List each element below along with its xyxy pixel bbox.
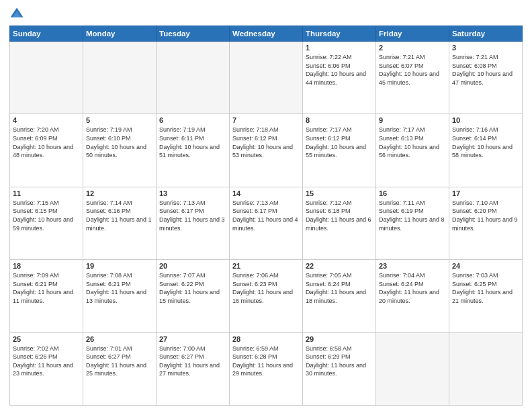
day-info: Sunrise: 7:03 AMSunset: 6:25 PMDaylight:…: [452, 271, 519, 305]
day-info: Sunrise: 7:13 AMSunset: 6:17 PMDaylight:…: [159, 199, 226, 232]
day-info: Sunrise: 7:10 AMSunset: 6:20 PMDaylight:…: [452, 199, 519, 232]
daylight-label: Daylight: 10 hours and 56 minutes.: [379, 144, 439, 159]
sunrise-label: Sunrise: 7:20 AM: [13, 126, 59, 133]
calendar-day-cell: 20Sunrise: 7:07 AMSunset: 6:22 PMDayligh…: [157, 260, 230, 332]
page: SundayMondayTuesdayWednesdayThursdayFrid…: [0, 0, 532, 411]
calendar-week-row: 25Sunrise: 7:02 AMSunset: 6:26 PMDayligh…: [10, 332, 523, 405]
day-info: Sunrise: 7:21 AMSunset: 6:08 PMDaylight:…: [452, 53, 519, 87]
daylight-label: Daylight: 10 hours and 53 minutes.: [232, 144, 293, 159]
day-number: 20: [159, 262, 226, 270]
calendar-header-monday: Monday: [83, 26, 157, 42]
daylight-label: Daylight: 10 hours and 51 minutes.: [159, 144, 220, 159]
calendar-day-cell: [157, 42, 230, 114]
day-number: 22: [306, 262, 373, 270]
calendar-day-cell: 22Sunrise: 7:05 AMSunset: 6:24 PMDayligh…: [303, 260, 376, 332]
calendar-day-cell: 8Sunrise: 7:17 AMSunset: 6:12 PMDaylight…: [303, 114, 376, 187]
sunrise-label: Sunrise: 7:19 AM: [86, 126, 132, 133]
sunrise-label: Sunrise: 6:58 AM: [306, 345, 352, 352]
day-number: 23: [379, 262, 446, 270]
day-number: 28: [232, 335, 300, 343]
calendar-day-cell: 17Sunrise: 7:10 AMSunset: 6:20 PMDayligh…: [449, 187, 523, 259]
daylight-label: Daylight: 11 hours and 11 minutes.: [13, 289, 73, 304]
calendar-header-friday: Friday: [376, 26, 449, 42]
sunset-label: Sunset: 6:06 PM: [306, 62, 351, 69]
day-info: Sunrise: 7:19 AMSunset: 6:11 PMDaylight:…: [159, 126, 226, 159]
day-info: Sunrise: 7:08 AMSunset: 6:21 PMDaylight:…: [86, 271, 153, 305]
calendar-header-saturday: Saturday: [449, 26, 523, 42]
sunrise-label: Sunrise: 7:07 AM: [159, 272, 206, 279]
sunrise-label: Sunrise: 7:16 AM: [452, 126, 498, 133]
calendar-day-cell: 29Sunrise: 6:58 AMSunset: 6:29 PMDayligh…: [303, 332, 376, 405]
sunrise-label: Sunrise: 7:14 AM: [86, 199, 132, 206]
day-number: 18: [13, 262, 80, 270]
daylight-label: Daylight: 10 hours and 45 minutes.: [379, 71, 439, 86]
calendar-day-cell: 12Sunrise: 7:14 AMSunset: 6:16 PMDayligh…: [83, 187, 157, 259]
sunset-label: Sunset: 6:29 PM: [306, 353, 351, 360]
sunrise-label: Sunrise: 7:17 AM: [306, 126, 352, 133]
calendar-table: SundayMondayTuesdayWednesdayThursdayFrid…: [9, 26, 523, 406]
day-number: 12: [86, 189, 153, 197]
sunrise-label: Sunrise: 7:13 AM: [232, 199, 279, 206]
calendar-day-cell: 3Sunrise: 7:21 AMSunset: 6:08 PMDaylight…: [449, 42, 523, 114]
day-number: 17: [452, 189, 519, 197]
daylight-label: Daylight: 10 hours and 47 minutes.: [452, 71, 513, 86]
sunset-label: Sunset: 6:21 PM: [13, 281, 58, 287]
sunrise-label: Sunrise: 7:10 AM: [452, 199, 498, 206]
calendar-day-cell: 15Sunrise: 7:12 AMSunset: 6:18 PMDayligh…: [303, 187, 376, 259]
daylight-label: Daylight: 11 hours and 29 minutes.: [232, 362, 293, 377]
sunset-label: Sunset: 6:24 PM: [379, 281, 424, 287]
sunset-label: Sunset: 6:13 PM: [379, 135, 424, 142]
daylight-label: Daylight: 10 hours and 44 minutes.: [306, 71, 366, 86]
day-number: 13: [159, 189, 226, 197]
day-number: 4: [13, 116, 80, 124]
calendar-day-cell: 18Sunrise: 7:09 AMSunset: 6:21 PMDayligh…: [10, 260, 83, 332]
sunset-label: Sunset: 6:27 PM: [86, 353, 131, 360]
daylight-label: Daylight: 10 hours and 59 minutes.: [13, 216, 73, 232]
day-number: 21: [232, 262, 300, 270]
day-info: Sunrise: 6:58 AMSunset: 6:29 PMDaylight:…: [306, 345, 373, 378]
daylight-label: Daylight: 11 hours and 25 minutes.: [86, 362, 146, 377]
daylight-label: Daylight: 11 hours and 4 minutes.: [232, 216, 298, 232]
daylight-label: Daylight: 11 hours and 13 minutes.: [86, 289, 146, 304]
calendar-day-cell: 24Sunrise: 7:03 AMSunset: 6:25 PMDayligh…: [449, 260, 523, 332]
calendar-day-cell: 26Sunrise: 7:01 AMSunset: 6:27 PMDayligh…: [83, 332, 157, 405]
logo: [9, 7, 27, 21]
day-number: 5: [86, 116, 153, 124]
calendar-day-cell: [376, 332, 449, 405]
calendar-day-cell: 28Sunrise: 6:59 AMSunset: 6:28 PMDayligh…: [230, 332, 303, 405]
daylight-label: Daylight: 11 hours and 1 minute.: [86, 216, 152, 232]
sunset-label: Sunset: 6:11 PM: [159, 135, 204, 142]
calendar-day-cell: 10Sunrise: 7:16 AMSunset: 6:14 PMDayligh…: [449, 114, 523, 187]
calendar-day-cell: 23Sunrise: 7:04 AMSunset: 6:24 PMDayligh…: [376, 260, 449, 332]
day-info: Sunrise: 7:07 AMSunset: 6:22 PMDaylight:…: [159, 271, 226, 305]
day-info: Sunrise: 7:22 AMSunset: 6:06 PMDaylight:…: [306, 53, 373, 87]
calendar-day-cell: 9Sunrise: 7:17 AMSunset: 6:13 PMDaylight…: [376, 114, 449, 187]
day-number: 24: [452, 262, 519, 270]
sunset-label: Sunset: 6:20 PM: [452, 208, 497, 214]
daylight-label: Daylight: 10 hours and 58 minutes.: [452, 144, 513, 159]
daylight-label: Daylight: 11 hours and 15 minutes.: [159, 289, 220, 304]
sunrise-label: Sunrise: 6:59 AM: [232, 345, 279, 352]
sunset-label: Sunset: 6:23 PM: [232, 281, 277, 287]
sunset-label: Sunset: 6:10 PM: [86, 135, 131, 142]
calendar-day-cell: [83, 42, 157, 114]
calendar-day-cell: 6Sunrise: 7:19 AMSunset: 6:11 PMDaylight…: [157, 114, 230, 187]
daylight-label: Daylight: 11 hours and 23 minutes.: [13, 362, 73, 377]
day-info: Sunrise: 7:06 AMSunset: 6:23 PMDaylight:…: [232, 271, 300, 305]
sunset-label: Sunset: 6:07 PM: [379, 62, 424, 69]
calendar-week-row: 1Sunrise: 7:22 AMSunset: 6:06 PMDaylight…: [10, 42, 523, 114]
calendar-day-cell: 21Sunrise: 7:06 AMSunset: 6:23 PMDayligh…: [230, 260, 303, 332]
day-number: 25: [13, 335, 80, 343]
calendar-day-cell: [230, 42, 303, 114]
day-number: 9: [379, 116, 446, 124]
day-info: Sunrise: 7:14 AMSunset: 6:16 PMDaylight:…: [86, 199, 153, 232]
day-info: Sunrise: 7:19 AMSunset: 6:10 PMDaylight:…: [86, 126, 153, 159]
sunrise-label: Sunrise: 7:17 AM: [379, 126, 425, 133]
day-number: 26: [86, 335, 153, 343]
calendar-day-cell: 13Sunrise: 7:13 AMSunset: 6:17 PMDayligh…: [157, 187, 230, 259]
calendar-day-cell: [10, 42, 83, 114]
header: [9, 7, 523, 21]
day-info: Sunrise: 7:13 AMSunset: 6:17 PMDaylight:…: [232, 199, 300, 232]
sunset-label: Sunset: 6:21 PM: [86, 281, 131, 287]
sunset-label: Sunset: 6:14 PM: [452, 135, 497, 142]
